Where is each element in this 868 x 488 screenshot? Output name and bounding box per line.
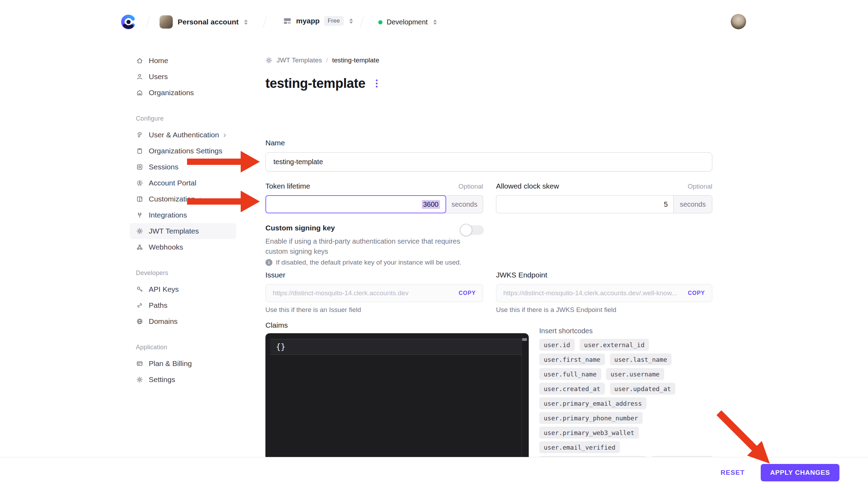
sidebar-item-organizations-settings[interactable]: Organizations Settings [130,143,236,159]
sidebar-item-label: Plan & Billing [149,359,192,368]
token-lifetime-input[interactable]: 3600 [265,195,446,213]
clock-skew-optional: Optional [688,183,712,190]
environment-switch-chevrons-icon[interactable] [433,20,437,25]
shortcode-chip[interactable]: user.last_name [610,353,672,365]
application-switch-chevrons-icon[interactable] [349,18,353,24]
header-separator [360,16,364,28]
sidebar-item-label: User & Authentication [149,131,219,139]
sidebar-item-account-portal[interactable]: Account Portal [130,175,236,191]
shortcode-chip[interactable]: user.username [606,368,664,380]
user-icon [136,73,144,81]
application-switcher[interactable]: myapp Free [283,16,353,26]
session-icon [136,163,144,171]
sidebar-item-label: Account Portal [149,179,196,187]
shortcode-chip[interactable]: user.external_id [580,339,649,351]
template-name-input[interactable] [265,152,712,171]
fingerprint-icon [136,131,144,139]
issuer-copy-button[interactable]: COPY [459,290,476,296]
editor-scrollbar-thumb[interactable] [522,338,527,341]
key-icon [136,285,144,293]
sidebar-item-label: Integrations [149,211,187,219]
sidebar-item-organizations[interactable]: Organizations [130,85,236,101]
sidebar-item-label: Webhooks [149,243,183,251]
breadcrumb-parent[interactable]: JWT Templates [277,56,322,64]
sidebar-item-webhooks[interactable]: Webhooks [130,239,236,255]
custom-signing-key-note: If disabled, the default private key of … [276,259,461,266]
sidebar-item-api-keys[interactable]: API Keys [130,281,236,297]
template-options-kebab-icon[interactable] [374,78,379,89]
sidebar-item-label: Settings [149,375,175,384]
sidebar-item-plan-billing[interactable]: Plan & Billing [130,356,236,372]
account-avatar [160,15,173,29]
shortcode-chip[interactable]: user.primary_web3_wallet [539,427,639,439]
breadcrumb-separator: / [326,56,328,64]
sidebar-item-label: Sessions [149,163,178,171]
jwks-helper-text: Use this if there is a JWKS Endpoint fie… [496,306,616,314]
shortcode-chip[interactable]: user.created_at [539,383,605,395]
editor-scrollbar-track[interactable] [521,337,522,457]
token-lifetime-label: Token lifetime [265,182,310,190]
jwks-endpoint-value: https://distinct-mosquito-14.clerk.accou… [503,289,683,297]
shortcode-chip[interactable]: user.first_name [539,353,605,365]
jwks-copy-button[interactable]: COPY [688,290,705,296]
token-lifetime-field[interactable]: 3600 seconds [265,195,483,213]
account-switcher[interactable]: Personal account [160,15,248,29]
chevron-right-icon: › [199,196,202,203]
sidebar-item-user-authentication[interactable]: User & Authentication› [130,127,236,143]
clock-skew-field[interactable]: 5 seconds [496,195,712,213]
environment-status-dot [378,20,382,24]
user-avatar[interactable] [731,14,746,29]
sidebar-section-configure: Configure [136,113,236,124]
link-icon [136,302,144,309]
sidebar-item-label: Paths [149,301,168,310]
clipboard-icon [136,147,144,155]
header-separator [146,16,150,28]
clock-skew-label: Allowed clock skew [496,182,559,190]
application-icon [283,16,292,25]
arrow-to-apply-changes-button [716,410,770,464]
token-lifetime-value: 3600 [422,200,440,209]
sidebar-section-application: Application [136,342,236,353]
page-title: testing-template [265,76,365,91]
sidebar-item-integrations[interactable]: Integrations [130,207,236,223]
account-switch-chevrons-icon[interactable] [244,20,248,25]
issuer-helper-text: Use this if there is an Issuer field [265,306,361,314]
clock-skew-input[interactable]: 5 [496,195,673,213]
jwks-endpoint-field: https://distinct-mosquito-14.clerk.accou… [496,284,712,302]
sidebar-item-domains[interactable]: Domains [130,313,236,329]
clock-skew-value: 5 [664,200,668,208]
claims-code-editor[interactable]: {} [265,333,529,457]
sidebar-item-label: Home [149,56,168,65]
shortcode-chip[interactable]: user.id [539,339,575,351]
environment-name: Development [387,18,428,26]
shortcode-chip[interactable]: user.primary_phone_number [539,412,643,424]
environment-switcher[interactable]: Development [378,18,437,26]
custom-signing-key-toggle[interactable] [461,225,484,235]
sidebar-item-label: JWT Templates [149,227,199,235]
sidebar-nav: HomeUsersOrganizationsConfigureUser & Au… [130,53,236,388]
sidebar-item-sessions[interactable]: Sessions [130,159,236,175]
shortcode-chip[interactable]: user.full_name [539,368,601,380]
gear-icon [136,376,144,383]
sidebar-item-label: Users [149,73,168,81]
toggle-knob [460,224,472,236]
building-icon [136,89,144,97]
apply-changes-button[interactable]: APPLY CHANGES [761,464,839,481]
token-lifetime-unit: seconds [444,195,483,213]
header-separator [263,16,267,28]
globe-icon [136,318,144,325]
custom-signing-key-description: Enable if using a third-party authentica… [265,236,460,257]
sidebar-item-jwt-templates[interactable]: JWT Templates [130,223,236,239]
sidebar-item-customization[interactable]: Customization› [130,191,236,207]
sidebar-item-paths[interactable]: Paths [130,297,236,313]
sidebar-item-settings[interactable]: Settings [130,372,236,388]
reset-button[interactable]: RESET [721,469,745,476]
sidebar-item-users[interactable]: Users [130,69,236,85]
clerk-logo[interactable] [121,15,136,31]
info-icon: i [265,259,272,266]
sidebar-item-home[interactable]: Home [130,53,236,69]
shortcode-chip[interactable]: user.email_verified [539,441,620,453]
shortcode-chip[interactable]: user.primary_email_address [539,397,646,409]
sidebar-item-label: Customization [149,195,195,203]
shortcode-chip[interactable]: user.updated_at [610,383,676,395]
